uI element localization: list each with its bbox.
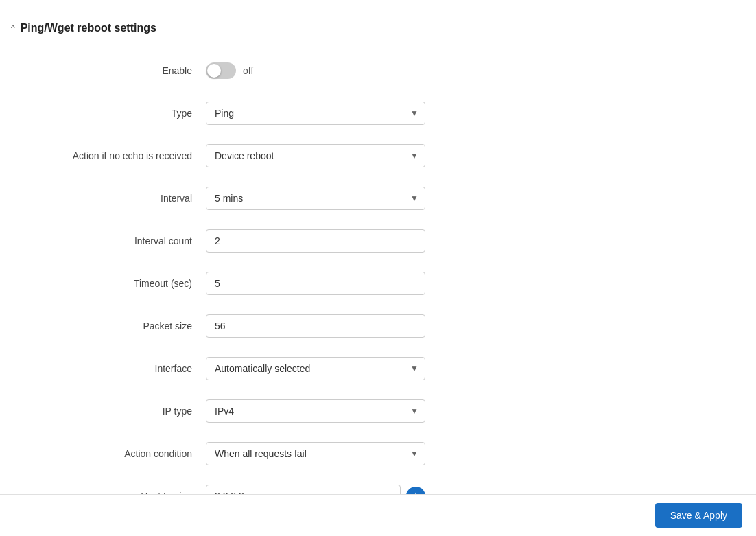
action-select[interactable]: Device reboot Modem reboot Restart netwo… xyxy=(206,144,425,167)
action-condition-select-wrapper: When all requests fail When at least one… xyxy=(206,442,425,465)
section-header[interactable]: ^ Ping/Wget reboot settings xyxy=(0,14,756,43)
interface-select-wrapper: Automatically selected eth0 wlan0 ppp0 ▼ xyxy=(206,357,425,380)
ip-type-label: IP type xyxy=(14,406,206,417)
packet-size-label: Packet size xyxy=(14,321,206,331)
toggle-container: off xyxy=(206,62,425,79)
ip-type-select[interactable]: IPv4 IPv6 xyxy=(206,399,425,423)
interval-select-wrapper: 1 min 2 mins 3 mins 5 mins 10 mins 15 mi… xyxy=(206,187,425,210)
type-control: Ping Wget ▼ xyxy=(206,102,425,125)
enable-row: Enable off xyxy=(14,57,604,84)
interval-row: Interval 1 min 2 mins 3 mins 5 mins 10 m… xyxy=(14,185,604,212)
type-select[interactable]: Ping Wget xyxy=(206,102,425,125)
ip-type-row: IP type IPv4 IPv6 ▼ xyxy=(14,397,604,425)
type-select-wrapper: Ping Wget ▼ xyxy=(206,102,425,125)
interface-label: Interface xyxy=(14,363,206,374)
interval-label: Interval xyxy=(14,193,206,204)
enable-label: Enable xyxy=(14,65,206,76)
timeout-row: Timeout (sec) xyxy=(14,270,604,297)
action-select-wrapper: Device reboot Modem reboot Restart netwo… xyxy=(206,144,425,167)
packet-size-control xyxy=(206,314,425,338)
save-apply-button[interactable]: Save & Apply xyxy=(655,503,742,528)
action-label: Action if no echo is received xyxy=(14,150,206,161)
ip-type-control: IPv4 IPv6 ▼ xyxy=(206,399,425,423)
timeout-label: Timeout (sec) xyxy=(14,278,206,289)
chevron-up-icon: ^ xyxy=(11,23,15,33)
action-condition-label: Action condition xyxy=(14,448,206,459)
timeout-control xyxy=(206,272,425,295)
toggle-knob xyxy=(207,64,221,78)
enable-toggle[interactable] xyxy=(206,62,236,79)
packet-size-input[interactable] xyxy=(206,314,425,338)
interval-select[interactable]: 1 min 2 mins 3 mins 5 mins 10 mins 15 mi… xyxy=(206,187,425,210)
action-control: Device reboot Modem reboot Restart netwo… xyxy=(206,144,425,167)
action-condition-control: When all requests fail When at least one… xyxy=(206,442,425,465)
interface-row: Interface Automatically selected eth0 wl… xyxy=(14,355,604,382)
packet-size-row: Packet size xyxy=(14,312,604,340)
interval-count-label: Interval count xyxy=(14,235,206,246)
section-title: Ping/Wget reboot settings xyxy=(21,22,156,34)
type-row: Type Ping Wget ▼ xyxy=(14,100,604,127)
ip-type-select-wrapper: IPv4 IPv6 ▼ xyxy=(206,399,425,423)
interval-count-input[interactable] xyxy=(206,229,425,253)
action-row: Action if no echo is received Device reb… xyxy=(14,142,604,170)
page-container: ^ Ping/Wget reboot settings Enable off T… xyxy=(0,0,756,536)
interval-count-row: Interval count xyxy=(14,227,604,255)
enable-toggle-label: off xyxy=(243,65,253,76)
type-label: Type xyxy=(14,108,206,119)
action-condition-select[interactable]: When all requests fail When at least one… xyxy=(206,442,425,465)
interval-control: 1 min 2 mins 3 mins 5 mins 10 mins 15 mi… xyxy=(206,187,425,210)
action-condition-row: Action condition When all requests fail … xyxy=(14,440,604,467)
timeout-input[interactable] xyxy=(206,272,425,295)
form-container: Enable off Type Ping Wget ▼ xyxy=(0,50,617,532)
enable-control: off xyxy=(206,62,425,79)
footer: Save & Apply xyxy=(0,494,756,536)
interval-count-control xyxy=(206,229,425,253)
interface-control: Automatically selected eth0 wlan0 ppp0 ▼ xyxy=(206,357,425,380)
interface-select[interactable]: Automatically selected eth0 wlan0 ppp0 xyxy=(206,357,425,380)
